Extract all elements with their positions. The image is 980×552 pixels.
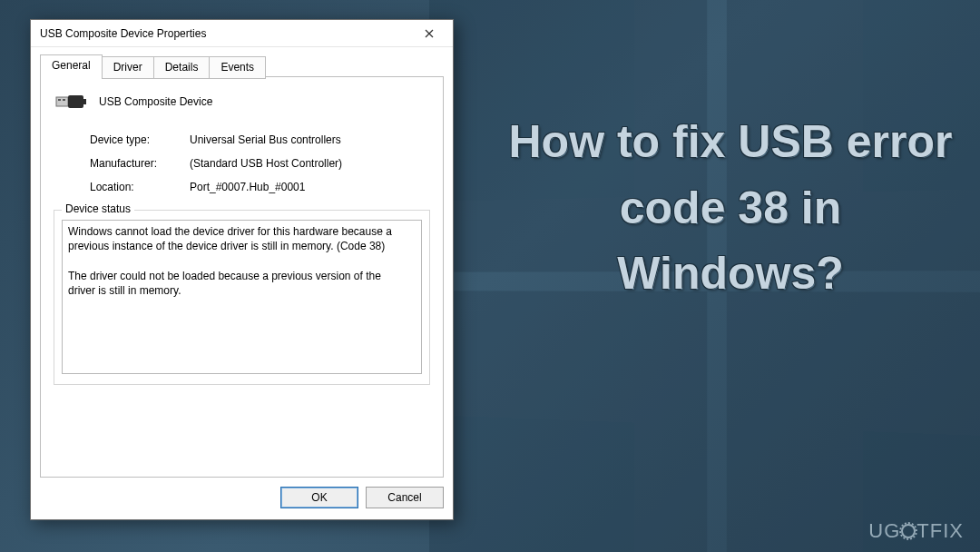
article-headline: How to fix USB error code 38 in Windows? — [504, 109, 957, 307]
usb-plug-icon — [55, 90, 86, 113]
device-status-group: Device status — [54, 210, 430, 385]
window-title: USB Composite Device Properties — [40, 27, 411, 40]
tab-events[interactable]: Events — [209, 56, 266, 79]
row-location: Location: Port_#0007.Hub_#0001 — [90, 181, 430, 193]
tab-driver[interactable]: Driver — [102, 56, 154, 79]
svg-rect-2 — [56, 97, 68, 106]
tab-details[interactable]: Details — [153, 56, 211, 79]
dialog-body: General Driver Details Events USB Compos… — [31, 47, 453, 519]
tab-general[interactable]: General — [40, 54, 103, 77]
row-manufacturer: Manufacturer: (Standard USB Host Control… — [90, 157, 430, 170]
label-device-type: Device type: — [90, 133, 190, 146]
gear-icon — [901, 524, 916, 538]
device-header: USB Composite Device — [55, 90, 430, 113]
device-properties-dialog: USB Composite Device Properties General … — [30, 19, 454, 520]
cancel-button[interactable]: Cancel — [366, 487, 444, 508]
titlebar[interactable]: USB Composite Device Properties — [31, 20, 453, 47]
row-device-type: Device type: Universal Serial Bus contro… — [90, 133, 430, 146]
watermark-suffix: TFIX — [916, 519, 964, 543]
tab-strip: General Driver Details Events — [40, 54, 444, 77]
close-icon — [425, 29, 434, 38]
properties-grid: Device type: Universal Serial Bus contro… — [90, 133, 430, 193]
dialog-button-row: OK Cancel — [40, 478, 444, 510]
ok-button[interactable]: OK — [280, 487, 358, 508]
device-status-text[interactable] — [62, 220, 422, 374]
watermark-logo: UG TFIX — [868, 519, 964, 543]
device-name: USB Composite Device — [99, 95, 212, 108]
svg-rect-4 — [63, 99, 65, 101]
close-button[interactable] — [411, 21, 447, 46]
watermark-prefix: UG — [868, 519, 900, 543]
label-location: Location: — [90, 181, 190, 193]
value-device-type: Universal Serial Bus controllers — [190, 133, 341, 146]
svg-rect-5 — [68, 95, 83, 108]
tab-panel-general: USB Composite Device Device type: Univer… — [40, 76, 444, 478]
label-manufacturer: Manufacturer: — [90, 157, 190, 170]
value-location: Port_#0007.Hub_#0001 — [190, 181, 305, 193]
device-status-legend: Device status — [62, 202, 134, 215]
svg-rect-3 — [58, 99, 61, 101]
value-manufacturer: (Standard USB Host Controller) — [190, 157, 342, 170]
